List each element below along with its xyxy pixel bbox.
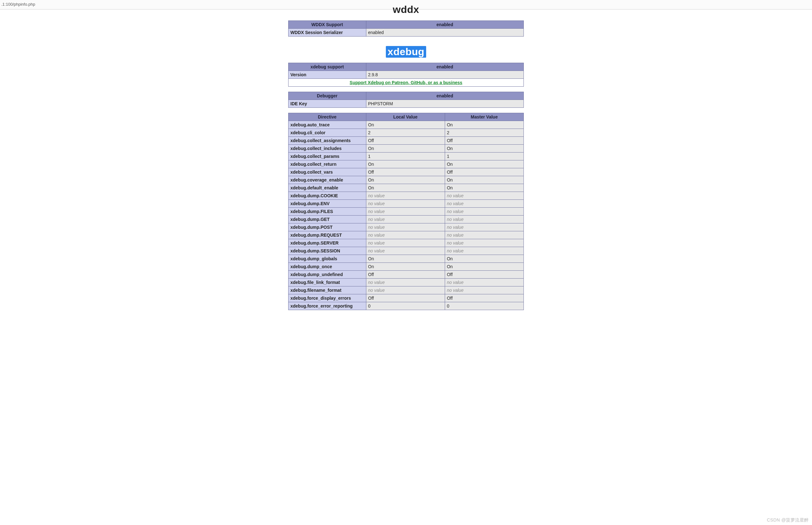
- directive-name: xdebug.cli_color: [289, 129, 366, 137]
- master-value: no value: [445, 247, 523, 255]
- master-value: no value: [445, 215, 523, 223]
- address-bar-text: .1:100/phpinfo.php: [1, 2, 35, 6]
- directive-name: xdebug.auto_trace: [289, 121, 366, 129]
- table-row: xdebug.dump.POSTno valueno value: [289, 223, 524, 231]
- table-row: xdebug.collect_params11: [289, 152, 524, 161]
- table-row: Version2.9.8: [289, 71, 524, 79]
- local-value: 2: [366, 129, 445, 137]
- local-value: On: [366, 263, 445, 271]
- directive-name: xdebug.collect_vars: [289, 168, 366, 176]
- directive-name: xdebug.dump.COOKIE: [289, 192, 366, 200]
- table-row: xdebug.force_error_reporting00: [289, 302, 524, 310]
- debugger-header-left: Debugger: [289, 92, 366, 100]
- directive-name: xdebug.dump.GET: [289, 215, 366, 223]
- master-value: no value: [445, 239, 523, 247]
- directive-name: xdebug.dump.SERVER: [289, 239, 366, 247]
- table-row: xdebug.cli_color22: [289, 129, 524, 137]
- table-row: xdebug.dump.ENVno valueno value: [289, 200, 524, 208]
- directive-name: xdebug.dump.FILES: [289, 208, 366, 215]
- table-row: IDE KeyPHPSTORM: [289, 100, 524, 108]
- xdebug-support-table: xdebug support enabled Version2.9.8 Supp…: [288, 63, 524, 87]
- directive-name: xdebug.dump_globals: [289, 255, 366, 263]
- master-value: no value: [445, 200, 523, 208]
- directive-value: 2.9.8: [366, 71, 524, 79]
- local-value: no value: [366, 279, 445, 286]
- directive-name: xdebug.dump.SESSION: [289, 247, 366, 255]
- table-row: xdebug.force_display_errorsOffOff: [289, 294, 524, 302]
- table-row: xdebug.auto_traceOnOn: [289, 121, 524, 129]
- master-value: Off: [445, 168, 523, 176]
- xdebug-support-link[interactable]: Support Xdebug on Patreon, GitHub, or as…: [350, 80, 462, 85]
- local-value: On: [366, 121, 445, 129]
- table-header-row: WDDX Support enabled: [289, 21, 524, 29]
- table-row: xdebug.collect_varsOffOff: [289, 168, 524, 176]
- xdebug-directives-table: Directive Local Value Master Value xdebu…: [288, 113, 524, 310]
- local-value: Off: [366, 271, 445, 279]
- table-header-row: xdebug support enabled: [289, 63, 524, 71]
- table-row: xdebug.dump_undefinedOffOff: [289, 271, 524, 279]
- local-value: no value: [366, 215, 445, 223]
- local-value: On: [366, 145, 445, 152]
- debugger-header-right: enabled: [366, 92, 524, 100]
- master-value: On: [445, 255, 523, 263]
- local-value: On: [366, 184, 445, 192]
- directive-name: xdebug.collect_return: [289, 161, 366, 168]
- wddx-support-header-left: WDDX Support: [289, 21, 366, 29]
- directives-header-local: Local Value: [366, 113, 445, 121]
- local-value: no value: [366, 247, 445, 255]
- directive-value: PHPSTORM: [366, 100, 524, 108]
- master-value: On: [445, 263, 523, 271]
- directive-name: xdebug.coverage_enable: [289, 176, 366, 184]
- master-value: On: [445, 176, 523, 184]
- local-value: no value: [366, 223, 445, 231]
- wddx-support-table: WDDX Support enabled WDDX Session Serial…: [288, 20, 524, 36]
- directive-value: enabled: [366, 29, 524, 36]
- directive-name: xdebug.dump_undefined: [289, 271, 366, 279]
- directive-name: xdebug.filename_format: [289, 286, 366, 294]
- table-row: xdebug.collect_returnOnOn: [289, 161, 524, 168]
- master-value: 2: [445, 129, 523, 137]
- master-value: On: [445, 161, 523, 168]
- directive-name: xdebug.file_link_format: [289, 279, 366, 286]
- table-row: xdebug.dump.REQUESTno valueno value: [289, 231, 524, 239]
- table-header-row: Directive Local Value Master Value: [289, 113, 524, 121]
- local-value: On: [366, 255, 445, 263]
- directive-name: xdebug.default_enable: [289, 184, 366, 192]
- local-value: no value: [366, 200, 445, 208]
- directive-name: xdebug.force_error_reporting: [289, 302, 366, 310]
- master-value: Off: [445, 137, 523, 145]
- local-value: Off: [366, 168, 445, 176]
- xdebug-debugger-table: Debugger enabled IDE KeyPHPSTORM: [288, 92, 524, 108]
- master-value: Off: [445, 294, 523, 302]
- table-row: xdebug.default_enableOnOn: [289, 184, 524, 192]
- table-header-row: Debugger enabled: [289, 92, 524, 100]
- directive-name: xdebug.force_display_errors: [289, 294, 366, 302]
- table-row: xdebug.dump_onceOnOn: [289, 263, 524, 271]
- local-value: no value: [366, 231, 445, 239]
- master-value: no value: [445, 223, 523, 231]
- directive-name: WDDX Session Serializer: [289, 29, 366, 36]
- table-row: xdebug.coverage_enableOnOn: [289, 176, 524, 184]
- directive-name: xdebug.collect_assignments: [289, 137, 366, 145]
- directive-name: xdebug.dump.REQUEST: [289, 231, 366, 239]
- master-value: no value: [445, 208, 523, 215]
- local-value: no value: [366, 192, 445, 200]
- table-row: xdebug.dump.SESSIONno valueno value: [289, 247, 524, 255]
- xdebug-support-header-left: xdebug support: [289, 63, 366, 71]
- directive-name: xdebug.collect_params: [289, 152, 366, 161]
- master-value: On: [445, 184, 523, 192]
- master-value: no value: [445, 286, 523, 294]
- table-row: xdebug.dump.COOKIEno valueno value: [289, 192, 524, 200]
- xdebug-heading: xdebug: [386, 46, 427, 58]
- directive-name: xdebug.dump.ENV: [289, 200, 366, 208]
- table-row: xdebug.dump.FILESno valueno value: [289, 208, 524, 215]
- table-row: WDDX Session Serializerenabled: [289, 29, 524, 36]
- local-value: no value: [366, 286, 445, 294]
- local-value: On: [366, 161, 445, 168]
- master-value: 0: [445, 302, 523, 310]
- directives-header-directive: Directive: [289, 113, 366, 121]
- local-value: 0: [366, 302, 445, 310]
- master-value: Off: [445, 271, 523, 279]
- master-value: no value: [445, 231, 523, 239]
- directives-header-master: Master Value: [445, 113, 523, 121]
